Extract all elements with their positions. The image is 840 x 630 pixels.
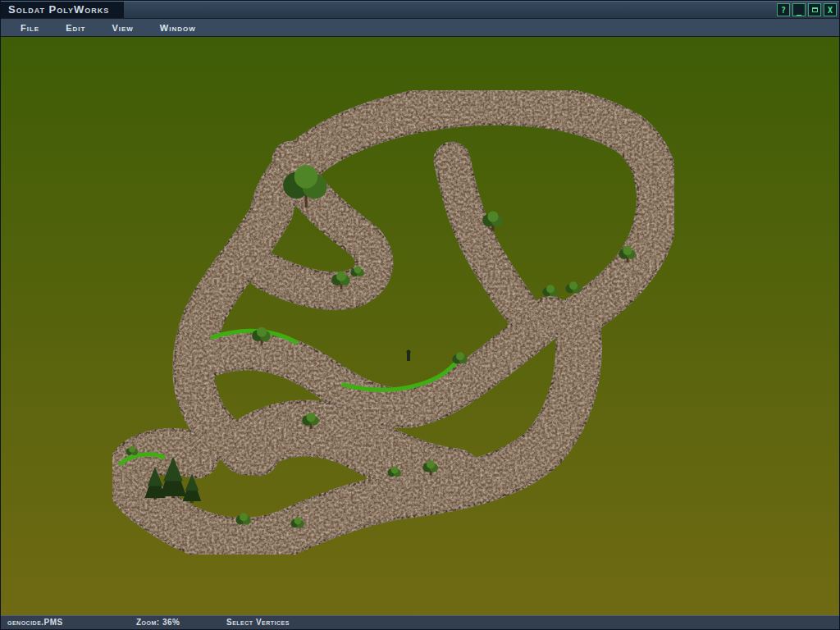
menu-file[interactable]: File bbox=[7, 23, 52, 33]
tree[interactable] bbox=[336, 272, 346, 281]
bush[interactable] bbox=[354, 267, 362, 274]
app-window: Soldat PolyWorks ? _ X File Edit View Wi… bbox=[0, 0, 840, 630]
tree[interactable] bbox=[487, 211, 498, 221]
tree[interactable] bbox=[257, 327, 267, 337]
window-title: Soldat PolyWorks bbox=[1, 2, 124, 18]
window-controls: ? _ X bbox=[777, 3, 837, 16]
menu-bar: File Edit View Window bbox=[1, 19, 839, 37]
map-canvas[interactable] bbox=[1, 37, 839, 615]
menu-view[interactable]: View bbox=[98, 23, 146, 33]
minimize-button[interactable]: _ bbox=[792, 3, 806, 16]
player-spawn[interactable] bbox=[407, 354, 410, 361]
restore-button[interactable] bbox=[808, 3, 821, 16]
tree[interactable] bbox=[294, 165, 318, 189]
help-button[interactable]: ? bbox=[777, 3, 790, 16]
close-button[interactable]: X bbox=[824, 3, 837, 16]
bush[interactable] bbox=[456, 352, 464, 360]
status-zoom: Zoom: 36% bbox=[136, 618, 180, 627]
menu-window[interactable]: Window bbox=[147, 23, 209, 33]
bush[interactable] bbox=[546, 285, 555, 293]
bush[interactable] bbox=[240, 513, 248, 521]
bush[interactable] bbox=[569, 281, 578, 290]
map-svg bbox=[1, 37, 839, 615]
bush[interactable] bbox=[391, 467, 399, 474]
bush[interactable] bbox=[294, 518, 302, 525]
bush[interactable] bbox=[129, 446, 135, 453]
title-bar: Soldat PolyWorks ? _ X bbox=[1, 1, 839, 19]
tree[interactable] bbox=[623, 246, 632, 255]
status-filename: genocide.PMS bbox=[7, 618, 63, 627]
restore-icon bbox=[812, 7, 818, 12]
tree[interactable] bbox=[307, 413, 316, 422]
tree[interactable] bbox=[427, 460, 435, 468]
status-mode: Select Vertices bbox=[226, 618, 290, 627]
menu-edit[interactable]: Edit bbox=[52, 23, 98, 33]
status-bar: genocide.PMS Zoom: 36% Select Vertices bbox=[1, 615, 839, 629]
player-spawn[interactable] bbox=[407, 350, 411, 354]
